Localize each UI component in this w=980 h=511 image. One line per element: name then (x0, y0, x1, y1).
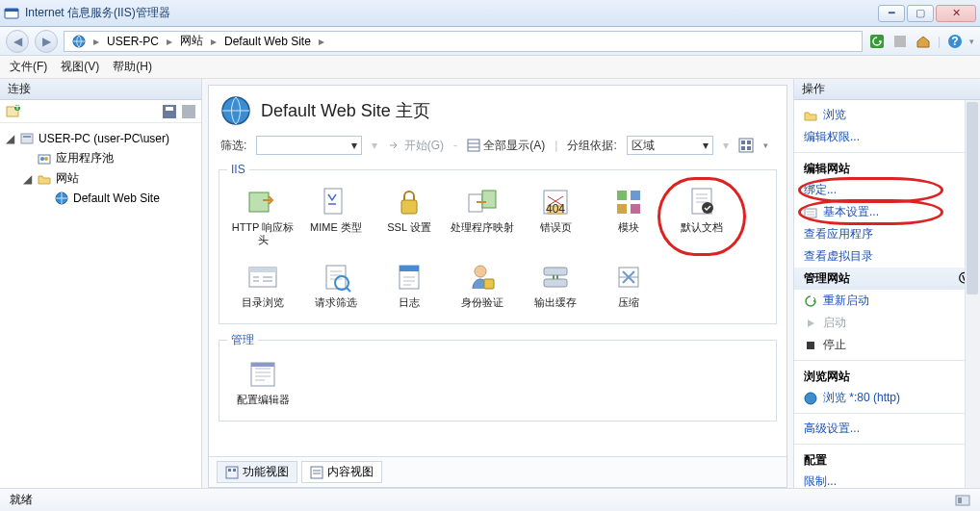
svg-rect-45 (400, 266, 419, 271)
connections-tree: ◢ USER-PC (user-PC\user) 应用程序池 ◢ 网站 (0, 123, 201, 488)
action-edit-permissions[interactable]: 编辑权限... (794, 126, 980, 148)
action-limits[interactable]: 限制... (794, 471, 980, 488)
mgmt-group: 管理 配置编辑器 (219, 332, 777, 422)
restart-icon (804, 294, 817, 308)
view-tabs: 功能视图 内容视图 (209, 456, 787, 487)
actions-panel: 操作 浏览 编辑权限... 编辑网站 绑定... 基本设置... 查看应用程序 … (793, 79, 980, 488)
svg-rect-55 (233, 469, 236, 472)
action-restart[interactable]: 重新启动 (794, 290, 980, 312)
scroll-thumb[interactable] (967, 102, 978, 294)
action-explore[interactable]: 浏览 (794, 104, 980, 126)
tree-server-node[interactable]: ◢ USER-PC (user-PC\user) (4, 129, 197, 148)
breadcrumb[interactable]: ▸ USER-PC ▸ 网站 ▸ Default Web Site ▸ (64, 31, 863, 52)
action-basic-settings[interactable]: 基本设置... (794, 201, 980, 223)
close-button[interactable]: ✕ (936, 5, 976, 22)
globe-icon (54, 191, 69, 206)
nav-forward-button[interactable]: ▶ (35, 30, 58, 53)
tab-content-view[interactable]: 内容视图 (301, 461, 382, 483)
tree-toggle-icon[interactable]: ◢ (21, 172, 33, 186)
nav-back-button[interactable]: ◀ (6, 30, 29, 53)
svg-rect-25 (747, 146, 751, 150)
svg-rect-20 (468, 140, 479, 151)
svg-rect-27 (324, 189, 342, 214)
feature-modules[interactable]: 模块 (593, 182, 664, 251)
svg-rect-56 (311, 467, 322, 478)
feature-default-document[interactable]: 默认文档 (666, 182, 737, 251)
stop-icon (804, 339, 817, 352)
window-title: Internet 信息服务(IIS)管理器 (25, 5, 878, 21)
feature-compression[interactable]: 压缩 (593, 257, 664, 314)
feature-error-pages[interactable]: 404错误页 (520, 182, 591, 251)
feature-authentication[interactable]: 身份验证 (447, 257, 518, 314)
crumb-sites[interactable]: 网站 (176, 33, 207, 49)
show-all-button[interactable]: 全部显示(A) (467, 138, 545, 154)
svg-rect-24 (741, 146, 745, 150)
home-icon[interactable] (915, 33, 932, 50)
svg-rect-12 (182, 105, 195, 118)
go-button[interactable]: 开始(G) (387, 138, 444, 154)
feature-logging[interactable]: 日志 (374, 257, 445, 314)
action-start[interactable]: 启动 (794, 312, 980, 334)
filter-combo[interactable]: ▾ (256, 136, 362, 155)
menu-file[interactable]: 文件(F) (10, 59, 47, 75)
connections-toolbar: + (0, 100, 201, 123)
action-stop[interactable]: 停止 (794, 334, 980, 356)
app-pools-icon (37, 151, 52, 166)
app-icon (4, 6, 19, 21)
crumb-root[interactable]: USER-PC (103, 35, 163, 48)
maximize-button[interactable]: ▢ (907, 5, 934, 22)
server-icon (19, 131, 35, 146)
status-text: 就绪 (10, 492, 33, 508)
remove-connection-icon[interactable] (182, 105, 195, 118)
stop-icon[interactable] (891, 33, 909, 50)
action-view-vdirs[interactable]: 查看虚拟目录 (794, 245, 980, 268)
config-scope-icon[interactable] (955, 493, 970, 508)
save-connections-icon[interactable] (163, 105, 176, 118)
feature-output-caching[interactable]: 输出缓存 (520, 257, 591, 314)
feature-handler-mappings[interactable]: 处理程序映射 (447, 182, 518, 251)
svg-point-59 (805, 393, 816, 404)
tree-app-pools[interactable]: 应用程序池 (21, 148, 197, 168)
feature-directory-browsing[interactable]: 目录浏览 (227, 257, 298, 314)
globe-icon (220, 95, 251, 126)
feature-ssl-settings[interactable]: SSL 设置 (374, 182, 445, 251)
feature-request-filtering[interactable]: 请求筛选 (300, 257, 372, 314)
view-mode-icon[interactable] (738, 138, 754, 153)
crumb-site[interactable]: Default Web Site (220, 35, 315, 48)
svg-rect-22 (741, 141, 745, 144)
group-combo[interactable]: 区域▾ (627, 136, 713, 155)
center-panel: Default Web Site 主页 筛选: ▾ ▾ 开始(G) - 全部显示… (202, 79, 793, 488)
svg-rect-34 (617, 191, 627, 200)
svg-text:404: 404 (546, 202, 565, 216)
help-icon[interactable]: ? (946, 33, 964, 50)
svg-rect-28 (401, 200, 417, 214)
svg-rect-30 (482, 191, 496, 208)
action-bindings[interactable]: 绑定... (794, 179, 980, 201)
svg-rect-41 (249, 268, 276, 272)
tree-default-site[interactable]: Default Web Site (39, 189, 197, 208)
tab-features-view[interactable]: 功能视图 (217, 461, 297, 483)
svg-rect-63 (958, 498, 962, 503)
action-browse-http[interactable]: 浏览 *:80 (http) (794, 387, 980, 409)
svg-rect-14 (23, 136, 31, 138)
tree-sites[interactable]: ◢ 网站 (21, 168, 197, 189)
nav-bar: ◀ ▶ ▸ USER-PC ▸ 网站 ▸ Default Web Site ▸ … (0, 27, 980, 56)
page-title: Default Web Site 主页 (261, 99, 430, 122)
svg-rect-11 (166, 107, 173, 111)
svg-point-16 (40, 157, 44, 161)
tree-toggle-icon[interactable]: ◢ (4, 132, 15, 145)
actions-header: 操作 (794, 79, 980, 100)
refresh-icon[interactable] (868, 33, 886, 50)
feature-http-response-headers[interactable]: HTTP 响应标头 (227, 182, 298, 251)
svg-rect-15 (39, 155, 50, 164)
action-view-apps[interactable]: 查看应用程序 (794, 223, 980, 245)
add-connection-icon[interactable]: + (6, 104, 21, 119)
svg-rect-26 (249, 192, 269, 212)
svg-rect-53 (226, 467, 238, 478)
feature-mime-types[interactable]: MIME 类型 (300, 182, 372, 251)
menu-help[interactable]: 帮助(H) (113, 59, 152, 75)
minimize-button[interactable]: ━ (878, 5, 905, 22)
action-advanced-settings[interactable]: 高级设置... (794, 418, 980, 440)
feature-config-editor[interactable]: 配置编辑器 (227, 354, 298, 411)
menu-view[interactable]: 视图(V) (61, 59, 99, 75)
